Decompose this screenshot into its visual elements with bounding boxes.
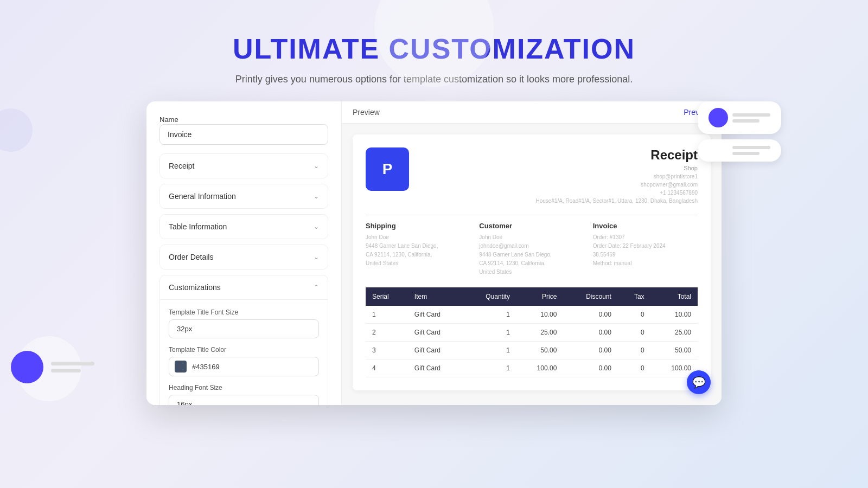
float-btn-1[interactable] (698, 101, 781, 134)
col-tax: Tax (618, 287, 651, 306)
cell-item: Gift Card (408, 342, 463, 359)
left-panel: Name Receipt ⌄ General Information ⌄ (146, 101, 342, 405)
accordion-order-chevron: ⌄ (314, 253, 319, 261)
name-label: Name (159, 115, 178, 124)
accordion-general: General Information ⌄ (159, 184, 328, 209)
color-swatch (175, 361, 187, 373)
bottom-line-1 (51, 362, 94, 365)
receipt-preview: P Receipt Shop shop@printlstore1 shopown… (353, 134, 711, 390)
table-row: 3 Gift Card 1 50.00 0.00 0 50.00 (366, 342, 698, 359)
accordion-table-label: Table Information (169, 222, 227, 231)
cell-price: 50.00 (516, 342, 563, 359)
receipt-table: Serial Item Quantity Price Discount Tax … (366, 287, 698, 377)
info-col-shipping: Shipping John Doe9448 Garner Lane San Di… (366, 222, 470, 277)
cell-item: Gift Card (408, 359, 463, 377)
float-line-1a (732, 113, 770, 117)
heading-font-size-field: Heading Font Size (169, 384, 319, 405)
shipping-text: John Doe9448 Garner Lane San Diego,CA 92… (366, 233, 470, 268)
cell-discount: 0.00 (563, 324, 618, 342)
accordion-table: Table Information ⌄ (159, 214, 328, 239)
right-panel: Preview Preview P Receipt Shop shop@prin… (342, 101, 722, 405)
cell-discount: 0.00 (563, 342, 618, 359)
right-float-panel (698, 101, 781, 162)
customizations-content: Template Title Font Size Template Title … (160, 299, 328, 405)
accordion-order-header[interactable]: Order Details ⌄ (160, 245, 328, 269)
accordion-order-label: Order Details (169, 253, 213, 261)
cell-serial: 1 (366, 306, 408, 324)
receipt-title: Receipt (535, 147, 698, 163)
cell-tax: 0 (618, 359, 651, 377)
receipt-email1: shop@printlstore1 (535, 172, 698, 181)
customizations-header[interactable]: Customizations ⌃ (160, 275, 328, 299)
info-col-customer: Customer John Doejohndoe@gmail.com9448 G… (479, 222, 584, 277)
chat-icon: 💬 (692, 376, 706, 389)
bottom-float-circle (11, 351, 43, 383)
cell-quantity: 1 (463, 306, 516, 324)
col-total: Total (651, 287, 698, 306)
logo-icon: P (382, 160, 393, 178)
accordion-receipt-header[interactable]: Receipt ⌄ (160, 154, 328, 178)
bottom-float-lines (51, 362, 94, 373)
float-btn-2[interactable] (698, 139, 781, 162)
color-text-input[interactable] (192, 363, 313, 371)
title-font-size-field: Template Title Font Size (169, 309, 319, 338)
cell-serial: 4 (366, 359, 408, 377)
accordion-table-chevron: ⌄ (314, 223, 319, 230)
name-input[interactable] (159, 124, 328, 145)
title-font-size-label: Template Title Font Size (169, 309, 319, 316)
accordion-table-header[interactable]: Table Information ⌄ (160, 215, 328, 239)
receipt-logo: P (366, 147, 409, 191)
table-row: 1 Gift Card 1 10.00 0.00 0 10.00 (366, 306, 698, 324)
cell-discount: 0.00 (563, 359, 618, 377)
color-input-row[interactable] (169, 357, 319, 376)
info-col-invoice: Invoice Order: #1307Order Date: 22 Febru… (593, 222, 698, 277)
float-btn-circle-1 (709, 108, 728, 127)
shipping-title: Shipping (366, 222, 470, 230)
cell-item: Gift Card (408, 306, 463, 324)
cell-tax: 0 (618, 306, 651, 324)
title-font-size-input[interactable] (169, 319, 319, 338)
cell-quantity: 1 (463, 324, 516, 342)
float-line-2b (732, 152, 760, 155)
receipt-shop: Shop (535, 165, 698, 171)
receipt-shop-details: shop@printlstore1 shopowner@gmail.com +1… (535, 172, 698, 197)
cell-total: 25.00 (651, 324, 698, 342)
float-line-1b (732, 119, 760, 123)
main-ui-container: Name Receipt ⌄ General Information ⌄ (146, 101, 722, 405)
cell-quantity: 1 (463, 342, 516, 359)
invoice-text: Order: #1307Order Date: 22 February 2024… (593, 233, 698, 268)
customer-title: Customer (479, 222, 584, 230)
heading-font-size-input[interactable] (169, 395, 319, 405)
accordion-general-header[interactable]: General Information ⌄ (160, 184, 328, 208)
cell-price: 10.00 (516, 306, 563, 324)
accordion-general-label: General Information (169, 192, 236, 201)
customer-text: John Doejohndoe@gmail.com9448 Garner Lan… (479, 233, 584, 277)
col-quantity: Quantity (463, 287, 516, 306)
receipt-divider (366, 215, 698, 215)
accordion-receipt-chevron: ⌄ (314, 162, 319, 170)
accordion-order: Order Details ⌄ (159, 245, 328, 269)
title-color-label: Template Title Color (169, 346, 319, 354)
cell-discount: 0.00 (563, 306, 618, 324)
cell-serial: 3 (366, 342, 408, 359)
bottom-line-2 (51, 369, 81, 373)
receipt-info-grid: Shipping John Doe9448 Garner Lane San Di… (366, 222, 698, 277)
accordion-receipt-label: Receipt (169, 162, 194, 170)
cell-tax: 0 (618, 324, 651, 342)
col-price: Price (516, 287, 563, 306)
receipt-email2: shopowner@gmail.com (535, 181, 698, 189)
cell-serial: 2 (366, 324, 408, 342)
invoice-title: Invoice (593, 222, 698, 230)
chat-button[interactable]: 💬 (687, 370, 711, 394)
bottom-left-float (11, 351, 94, 383)
col-discount: Discount (563, 287, 618, 306)
cell-price: 100.00 (516, 359, 563, 377)
cell-tax: 0 (618, 342, 651, 359)
customizations-section: Customizations ⌃ Template Title Font Siz… (159, 275, 328, 405)
customizations-chevron: ⌃ (314, 284, 319, 291)
cell-price: 25.00 (516, 324, 563, 342)
preview-label: Preview (353, 108, 380, 117)
name-field-group: Name (159, 114, 328, 145)
heading-font-size-label: Heading Font Size (169, 384, 319, 391)
receipt-top: P Receipt Shop shop@printlstore1 shopown… (366, 147, 698, 204)
